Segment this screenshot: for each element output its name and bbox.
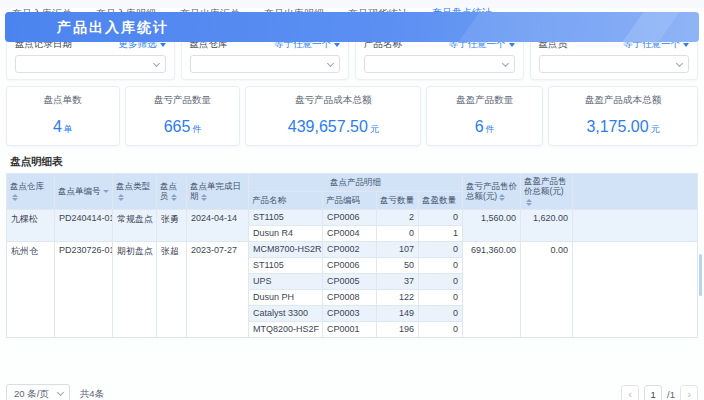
cell-filler (573, 241, 698, 337)
col-filler (573, 174, 698, 210)
cell-product-name: Dusun PH (249, 289, 323, 305)
cell-profit-total: 1,620.00 (521, 209, 573, 241)
filter-person-select[interactable] (539, 55, 690, 73)
cell-order-no: PD230726-01 (55, 241, 113, 337)
cell-loss-qty: 50 (377, 257, 419, 273)
next-page-button[interactable]: › (680, 385, 698, 400)
table-section-title: 盘点明细表 (10, 155, 704, 169)
col-product-name[interactable]: 产品名称 (249, 191, 323, 209)
cell-loss-total: 691,360.00 (463, 241, 521, 337)
col-warehouse[interactable]: 盘点仓库 (7, 174, 55, 210)
cell-profit-qty: 0 (419, 321, 463, 337)
cell-profit-qty: 0 (419, 209, 463, 225)
cell-product-name: MCM8700-HS2R (249, 241, 323, 257)
cell-loss-qty: 196 (377, 321, 419, 337)
col-order-no[interactable]: 盘点单编号 (55, 174, 113, 210)
sort-icon (118, 194, 124, 201)
cell-operator: 张勇 (157, 209, 187, 241)
col-type[interactable]: 盘点类型 (113, 174, 157, 210)
card-loss-qty: 盘亏产品数量 665件 (125, 86, 241, 146)
cell-loss-qty: 0 (377, 225, 419, 241)
dropdown-caret-icon (683, 43, 689, 47)
cell-loss-qty: 2 (377, 209, 419, 225)
stocktake-table: 盘点仓库 盘点单编号 盘点类型 盘点员 盘点单完成日期 盘点产品明细 盘亏产品售… (6, 173, 698, 338)
filter-product-select[interactable] (364, 55, 515, 73)
cell-product-name: ST1105 (249, 209, 323, 225)
cell-product-code: CP0006 (323, 257, 377, 273)
filter-warehouse-select[interactable] (190, 55, 341, 73)
table-row: 杭州仓PD230726-01期初盘点张超2023-07-27MCM8700-HS… (7, 241, 698, 257)
page: 产品出入库统计 产品入库汇总 产品入库明细 产品出库汇总 产品出库明细 产品现货… (0, 8, 704, 400)
dropdown-caret-icon (334, 43, 340, 47)
page-title: 产品出入库统计 (57, 12, 699, 42)
cell-date: 2024-04-14 (187, 209, 249, 241)
card-profit-qty: 盘盈产品数量 6件 (426, 86, 543, 146)
chevron-down-icon (152, 60, 159, 67)
cell-profit-qty: 0 (419, 273, 463, 289)
cell-order-no: PD240414-01 (55, 209, 113, 241)
page-banner: 产品出入库统计 (5, 12, 699, 42)
col-operator[interactable]: 盘点员 (157, 174, 187, 210)
sort-icon (171, 194, 177, 201)
table-row: 九棵松PD240414-01常规盘点张勇2024-04-14ST1105CP00… (7, 209, 698, 225)
col-product-code[interactable]: 产品编码 (323, 191, 377, 209)
cell-product-name: Catalyst 3300 (249, 305, 323, 321)
cell-product-code: CP0008 (323, 289, 377, 305)
cell-loss-total: 1,560.00 (463, 209, 521, 241)
cell-operator: 张超 (157, 241, 187, 337)
chevron-down-icon (501, 60, 508, 67)
chevron-down-icon (327, 60, 334, 67)
sort-icon (526, 199, 532, 206)
col-loss-total[interactable]: 盘亏产品售价总额(元) (463, 174, 521, 210)
card-loss-cost: 盘亏产品成本总额 439,657.50元 (245, 86, 421, 146)
cell-profit-qty: 1 (419, 225, 463, 241)
table-body: 九棵松PD240414-01常规盘点张勇2024-04-14ST1105CP00… (7, 209, 698, 337)
cell-profit-qty: 0 (419, 257, 463, 273)
page-size-select[interactable]: 20 条/页 (6, 384, 70, 400)
col-date[interactable]: 盘点单完成日期 (187, 174, 249, 210)
chevron-down-icon (57, 388, 64, 395)
pagination-bar: 20 条/页 共4条 ‹ 1 /1 › (6, 384, 698, 400)
cell-filler (573, 209, 698, 241)
cell-profit-total: 0.00 (521, 241, 573, 337)
summary-cards: 盘点单数 4单 盘亏产品数量 665件 盘亏产品成本总额 439,657.50元… (6, 86, 698, 146)
cell-product-name: ST1105 (249, 257, 323, 273)
total-pages: /1 (667, 389, 675, 400)
cell-product-name: MTQ8200-HS2F (249, 321, 323, 337)
cell-loss-qty: 149 (377, 305, 419, 321)
cell-product-code: CP0005 (323, 273, 377, 289)
col-loss-qty[interactable]: 盘亏数量 (377, 191, 419, 209)
sort-icon (103, 190, 109, 193)
sort-icon (12, 194, 18, 201)
cell-warehouse: 杭州仓 (7, 241, 55, 337)
prev-page-button[interactable]: ‹ (621, 385, 639, 400)
card-stocktake-count: 盘点单数 4单 (6, 86, 120, 146)
cell-product-code: CP0006 (323, 209, 377, 225)
sort-icon (499, 194, 505, 201)
chevron-down-icon (676, 60, 683, 67)
current-page[interactable]: 1 (644, 385, 662, 400)
dropdown-caret-icon (160, 43, 166, 47)
col-profit-total[interactable]: 盘盈产品售价总额(元) (521, 174, 573, 210)
cell-date: 2023-07-27 (187, 241, 249, 337)
cell-loss-qty: 37 (377, 273, 419, 289)
cell-loss-qty: 107 (377, 241, 419, 257)
cell-product-code: CP0001 (323, 321, 377, 337)
card-profit-cost: 盘盈产品成本总额 3,175.00元 (548, 86, 698, 146)
cell-profit-qty: 0 (419, 289, 463, 305)
total-records: 共4条 (80, 388, 104, 400)
cell-type: 常规盘点 (113, 209, 157, 241)
cell-type: 期初盘点 (113, 241, 157, 337)
cell-product-code: CP0002 (323, 241, 377, 257)
sort-icon (201, 194, 207, 201)
cell-loss-qty: 122 (377, 289, 419, 305)
filter-date-select[interactable] (15, 55, 166, 73)
dropdown-caret-icon (509, 43, 515, 47)
cell-product-code: CP0004 (323, 225, 377, 241)
cell-warehouse: 九棵松 (7, 209, 55, 241)
cell-product-code: CP0003 (323, 305, 377, 321)
col-profit-qty[interactable]: 盘盈数量 (419, 191, 463, 209)
cell-profit-qty: 0 (419, 241, 463, 257)
cell-product-name: Dusun R4 (249, 225, 323, 241)
table-scrollbar[interactable] (699, 254, 702, 296)
